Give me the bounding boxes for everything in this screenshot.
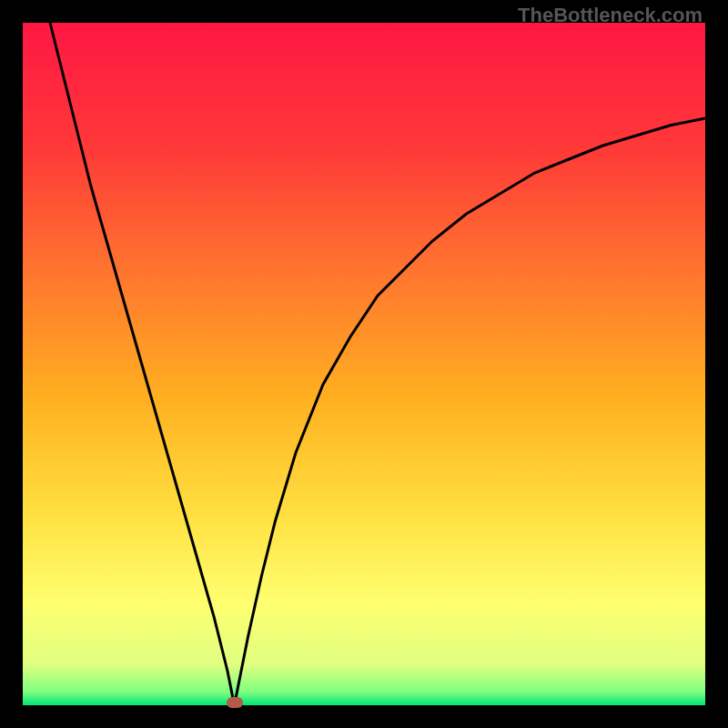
minimum-point-marker [227,697,243,708]
watermark-text: TheBottleneck.com [518,4,703,27]
plot-area [23,23,705,705]
bottleneck-curve [23,23,705,705]
